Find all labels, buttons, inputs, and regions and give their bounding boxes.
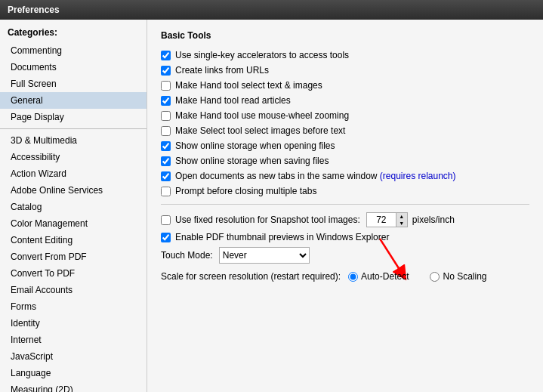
links-urls-label: Create links from URLs — [175, 65, 269, 76]
sidebar-item-language[interactable]: Language — [0, 365, 147, 381]
touch-mode-row: Touch Mode: NeverAutomaticallyAlways — [161, 247, 529, 264]
online-opening-checkbox[interactable] — [161, 141, 171, 151]
new-tabs-checkbox[interactable] — [161, 171, 171, 181]
spin-up-button[interactable]: ▲ — [396, 213, 407, 220]
sidebar-divider — [0, 128, 147, 129]
thumbnail-row: Enable PDF thumbnail previews in Windows… — [161, 232, 529, 242]
sidebar-item-color-management[interactable]: Color Management — [0, 215, 147, 232]
spin-buttons: ▲ ▼ — [396, 212, 408, 227]
sidebar-item-page-display[interactable]: Page Display — [0, 109, 147, 125]
checkbox-row-online-opening: Show online storage when opening files — [161, 140, 529, 151]
sidebar-item-3d-multimedia[interactable]: 3D & Multimedia — [0, 132, 147, 149]
single-key-checkbox[interactable] — [161, 51, 171, 60]
sidebar-header: Categories: — [0, 27, 147, 42]
online-saving-checkbox[interactable] — [161, 156, 171, 166]
scale-row: Scale for screen resolution (restart req… — [161, 271, 529, 282]
spin-down-button[interactable]: ▼ — [396, 220, 407, 227]
new-tabs-label: Open documents as new tabs in the same w… — [175, 171, 456, 181]
checkbox-row-single-key: Use single-key accelerators to access to… — [161, 50, 529, 60]
sidebar-bottom-items: 3D & MultimediaAccessibilityAction Wizar… — [0, 132, 147, 392]
sidebar-item-commenting[interactable]: Commenting — [0, 42, 147, 59]
sidebar-item-adobe-online[interactable]: Adobe Online Services — [0, 182, 147, 199]
sidebar-item-full-screen[interactable]: Full Screen — [0, 76, 147, 92]
sidebar-item-catalog[interactable]: Catalog — [0, 199, 147, 215]
scale-section: Scale for screen resolution (restart req… — [161, 271, 529, 282]
checkbox-row-hand-articles: Make Hand tool read articles — [161, 95, 529, 106]
select-images-checkbox[interactable] — [161, 126, 171, 136]
checkbox-row-hand-wheel: Make Hand tool use mouse-wheel zooming — [161, 110, 529, 121]
svg-line-1 — [380, 239, 403, 274]
scale-label: Scale for screen resolution (restart req… — [161, 271, 341, 282]
pixels-label: pixels/inch — [412, 215, 455, 225]
checkbox-row-select-images: Make Select tool select images before te… — [161, 125, 529, 136]
checkbox-row-new-tabs: Open documents as new tabs in the same w… — [161, 171, 529, 181]
no-scaling-label: No Scaling — [443, 271, 486, 282]
online-opening-label: Show online storage when opening files — [175, 140, 335, 151]
sidebar-item-action-wizard[interactable]: Action Wizard — [0, 165, 147, 182]
prompt-closing-checkbox[interactable] — [161, 187, 171, 196]
sidebar-item-content-editing[interactable]: Content Editing — [0, 232, 147, 248]
main-content: Basic Tools Use single-key accelerators … — [147, 20, 543, 392]
auto-detect-option: Auto-Detect — [348, 271, 416, 282]
thumbnail-checkbox[interactable] — [161, 233, 171, 242]
sidebar-item-general[interactable]: General — [0, 92, 147, 109]
snapshot-checkbox[interactable] — [161, 215, 171, 225]
touch-mode-label: Touch Mode: — [161, 250, 213, 261]
sidebar-item-documents[interactable]: Documents — [0, 59, 147, 76]
checkbox-row-links-urls: Create links from URLs — [161, 65, 529, 76]
hand-wheel-label: Make Hand tool use mouse-wheel zooming — [175, 110, 349, 121]
links-urls-checkbox[interactable] — [161, 66, 171, 76]
sidebar-item-identity[interactable]: Identity — [0, 315, 147, 332]
title-text: Preferences — [8, 5, 60, 15]
snapshot-label: Use fixed resolution for Snapshot tool i… — [175, 215, 360, 225]
section-title: Basic Tools — [161, 30, 529, 41]
hand-articles-label: Make Hand tool read articles — [175, 95, 291, 106]
sidebar-item-email-accounts[interactable]: Email Accounts — [0, 282, 147, 298]
checkbox-row-prompt-closing: Prompt before closing multiple tabs — [161, 186, 529, 196]
checkbox-row-hand-text: Make Hand tool select text & images — [161, 80, 529, 91]
sidebar: Categories: CommentingDocumentsFull Scre… — [0, 20, 147, 392]
hand-text-checkbox[interactable] — [161, 81, 171, 91]
checkbox-row-online-saving: Show online storage when saving files — [161, 156, 529, 166]
hand-wheel-checkbox[interactable] — [161, 111, 171, 121]
hand-articles-checkbox[interactable] — [161, 96, 171, 106]
snapshot-spinbox: ▲ ▼ pixels/inch — [366, 212, 455, 227]
sidebar-item-convert-from-pdf[interactable]: Convert From PDF — [0, 248, 147, 265]
touch-mode-select[interactable]: NeverAutomaticallyAlways — [219, 247, 310, 264]
title-bar: Preferences — [0, 0, 543, 20]
snapshot-value-input[interactable] — [366, 212, 396, 227]
checkboxes-container: Use single-key accelerators to access to… — [161, 50, 529, 196]
no-scaling-option: No Scaling — [430, 271, 494, 282]
online-saving-label: Show online storage when saving files — [175, 156, 329, 166]
no-scaling-radio[interactable] — [430, 272, 440, 282]
sidebar-item-forms[interactable]: Forms — [0, 298, 147, 315]
prompt-closing-label: Prompt before closing multiple tabs — [175, 186, 316, 196]
hand-text-label: Make Hand tool select text & images — [175, 80, 322, 91]
select-images-label: Make Select tool select images before te… — [175, 125, 345, 136]
sidebar-item-measuring-2d[interactable]: Measuring (2D) — [0, 381, 147, 392]
thumbnail-label: Enable PDF thumbnail previews in Windows… — [175, 232, 389, 242]
snapshot-row: Use fixed resolution for Snapshot tool i… — [161, 212, 529, 227]
sidebar-item-internet[interactable]: Internet — [0, 332, 147, 348]
sidebar-item-accessibility[interactable]: Accessibility — [0, 149, 147, 165]
single-key-label: Use single-key accelerators to access to… — [175, 50, 349, 60]
divider — [161, 204, 529, 205]
sidebar-item-convert-to-pdf[interactable]: Convert To PDF — [0, 265, 147, 282]
auto-detect-radio[interactable] — [348, 272, 358, 282]
sidebar-top-items: CommentingDocumentsFull ScreenGeneralPag… — [0, 42, 147, 125]
scale-radio-group: Auto-Detect No Scaling — [348, 271, 494, 282]
auto-detect-label: Auto-Detect — [361, 271, 409, 282]
sidebar-item-javascript[interactable]: JavaScript — [0, 348, 147, 365]
